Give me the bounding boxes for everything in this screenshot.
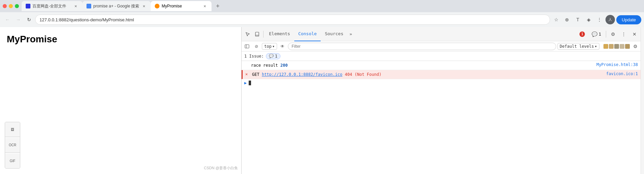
default-levels-label: Default levels (560, 44, 594, 49)
close-devtools-icon[interactable]: ✕ (630, 29, 639, 39)
issues-bar: 1 Issue: 💬 1 (242, 51, 641, 61)
error-status: 404 (Not Found) (342, 72, 381, 77)
forward-button[interactable]: → (14, 15, 23, 24)
color-chip-2 (609, 44, 614, 49)
clear-console-icon[interactable]: ⊘ (252, 42, 261, 50)
tab-sources[interactable]: Sources (321, 27, 347, 41)
issue-count: 1 (275, 54, 277, 59)
tab-console[interactable]: Console (294, 27, 321, 41)
tab-title-google: promise a+ - Google 搜索 (93, 3, 139, 9)
header-separator1 (263, 31, 264, 38)
address-bar: ← → ↻ 127.0.0.1:8882/questions-demo/MyPr… (0, 12, 644, 27)
profile-icon[interactable]: 人 (605, 15, 615, 24)
color-chips (603, 44, 630, 49)
devtools-header-right: 1 💬 1 ⚙ ⋮ ✕ (577, 29, 639, 39)
race-result-content: race result 200 (251, 62, 590, 68)
tab-baidu[interactable]: 百度网盘-全部文件 ✕ (22, 1, 82, 11)
color-chip-4 (620, 44, 624, 49)
error-url-link[interactable]: http://127.0.0.1:8882/favicon.ico (262, 72, 342, 77)
image-icon: 🖼 (11, 128, 14, 131)
issue-badge[interactable]: 💬 1 (266, 53, 280, 59)
reload-button[interactable]: ↻ (24, 15, 34, 24)
extension2-icon[interactable]: ◈ (584, 15, 593, 24)
main-area: MyPromise 🖼 OCR GIF CSDN @姜香小白鱼 (0, 27, 644, 174)
color-chip-1 (603, 44, 608, 49)
image-tool-button[interactable]: 🖼 (5, 122, 20, 137)
message-badge-button[interactable]: 💬 1 (589, 31, 604, 38)
header-separator2 (606, 31, 606, 38)
issue-message-icon: 💬 (269, 54, 274, 58)
url-text: 127.0.0.1:8882/questions-demo/MyPromise.… (40, 17, 134, 22)
translate-icon[interactable]: T (573, 15, 583, 24)
page-content: MyPromise 🖼 OCR GIF CSDN @姜香小白鱼 (0, 27, 242, 174)
eye-icon[interactable]: 👁 (278, 42, 287, 50)
back-button[interactable]: ← (3, 15, 12, 24)
svg-point-2 (257, 35, 257, 36)
color-chip-5 (625, 44, 630, 49)
tab-favicon-google (86, 4, 91, 8)
console-row-race: race result 200 MyPromise.html:38 (242, 61, 641, 70)
minimize-window-btn[interactable] (9, 4, 13, 8)
page-title: MyPromise (7, 34, 234, 45)
race-result-source[interactable]: MyPromise.html:38 (590, 62, 638, 67)
error-source[interactable]: favicon.ico:1 (599, 71, 638, 76)
console-settings-icon[interactable]: ⚙ (631, 42, 639, 50)
ocr-label: OCR (9, 143, 16, 147)
ocr-tool-button[interactable]: OCR (5, 138, 20, 153)
top-label: top (264, 44, 272, 49)
tab-bar: 百度网盘-全部文件 ✕ promise a+ - Google 搜索 ✕ MyP… (0, 0, 644, 12)
update-button[interactable]: Update (616, 15, 641, 24)
tab-close-baidu[interactable]: ✕ (73, 3, 78, 9)
tab-elements[interactable]: Elements (265, 27, 294, 41)
right-edge-panel (641, 27, 644, 174)
more-options-icon[interactable]: ⋮ (619, 29, 628, 39)
error-icon: ✕ (245, 72, 251, 77)
levels-dropdown-arrow: ▾ (595, 44, 597, 49)
device-mode-icon[interactable] (252, 29, 262, 39)
maximize-window-btn[interactable] (15, 4, 19, 8)
url-bar[interactable]: 127.0.0.1:8882/questions-demo/MyPromise.… (35, 15, 550, 25)
error-badge-button[interactable]: 1 (577, 31, 588, 38)
new-tab-button[interactable]: + (213, 1, 222, 11)
toolbar-actions: ☆ ⊕ T ◈ ⋮ 人 Update (551, 15, 641, 24)
issues-prefix: 1 Issue: (244, 54, 264, 59)
sidebar-toggle-icon[interactable] (243, 42, 251, 50)
console-row-error: ✕ GET http://127.0.0.1:8882/favicon.ico … (242, 70, 641, 79)
star-icon[interactable]: ☆ (551, 15, 561, 24)
tab-title-mypromise: MyPromise (162, 4, 200, 8)
tab-close-google[interactable]: ✕ (141, 3, 147, 9)
top-dropdown-arrow: ▾ (272, 44, 275, 49)
sidebar-tools: 🖼 OCR GIF (5, 122, 20, 169)
get-label: GET (252, 72, 262, 77)
error-count-badge: 1 (579, 31, 585, 37)
extension1-icon[interactable]: ⊕ (562, 15, 572, 24)
filter-input[interactable] (288, 43, 556, 50)
race-result-text: race result (251, 63, 280, 68)
more-tabs-button[interactable]: » (347, 31, 354, 37)
message-count-badge: 1 (599, 32, 601, 37)
gif-label: GIF (10, 159, 16, 163)
get-error-content: GET http://127.0.0.1:8882/favicon.ico 40… (252, 71, 599, 78)
tab-google[interactable]: promise a+ - Google 搜索 ✕ (82, 1, 151, 11)
tab-favicon-baidu (26, 4, 30, 8)
console-content: race result 200 MyPromise.html:38 ✕ GET … (242, 61, 641, 174)
close-window-btn[interactable] (3, 4, 7, 8)
watermark: CSDN @姜香小白鱼 (204, 166, 238, 171)
tab-mypromise[interactable]: MyPromise ✕ (151, 1, 212, 11)
default-levels-selector[interactable]: Default levels ▾ (558, 43, 599, 50)
tab-close-mypromise[interactable]: ✕ (202, 3, 207, 9)
top-context-selector[interactable]: top ▾ (262, 43, 277, 50)
svg-rect-3 (245, 45, 249, 48)
color-chip-3 (614, 44, 619, 49)
prompt-arrow-icon: ▶ (244, 81, 247, 85)
devtools-header: Elements Console Sources » 1 💬 1 ⚙ ⋮ (242, 27, 641, 41)
gif-tool-button[interactable]: GIF (5, 153, 20, 168)
window-controls (3, 4, 19, 8)
message-icon: 💬 (592, 31, 597, 37)
extensions-icon[interactable]: ⋮ (595, 15, 604, 24)
settings-icon[interactable]: ⚙ (608, 29, 618, 39)
error-x-icon: ✕ (245, 72, 248, 77)
console-input-row[interactable]: ▶ (242, 79, 641, 87)
inspect-element-icon[interactable] (243, 29, 252, 39)
race-result-number: 200 (280, 63, 288, 68)
